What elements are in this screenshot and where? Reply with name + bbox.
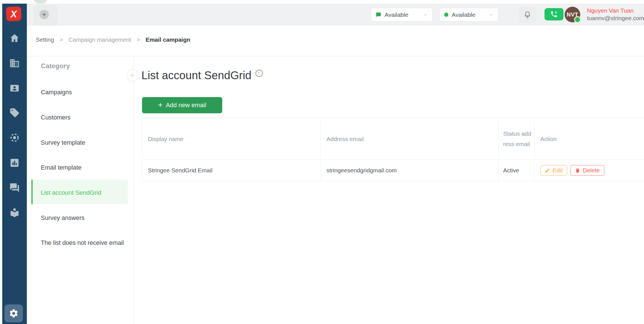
user-email: tuannv@stringee.com: [587, 14, 644, 22]
category-item-no-receive-email[interactable]: The list does not receive email: [41, 239, 124, 246]
sidebar: X: [2, 4, 27, 324]
delete-button[interactable]: Delete: [570, 165, 604, 176]
user-name: Nguyen Van Tuan: [587, 7, 644, 14]
collapse-panel-button[interactable]: [127, 69, 139, 81]
category-item-campaigns[interactable]: Campaigns: [41, 89, 72, 96]
chat-icon: [9, 182, 20, 193]
header-address-email: Address email: [321, 118, 499, 160]
add-new-email-label: Add new email: [166, 102, 206, 109]
header-status-address-email: Status address email: [499, 118, 535, 160]
app-logo-letter: X: [10, 8, 17, 20]
call-button[interactable]: [544, 8, 564, 20]
table-row: Stringee SendGrid Email stringeesendgrid…: [142, 160, 644, 181]
category-item-survey-template[interactable]: Survey template: [41, 139, 85, 146]
sidebar-item-company[interactable]: [2, 57, 27, 69]
chevron-down-icon: [489, 12, 494, 17]
page-title: List account SendGrid!: [141, 69, 263, 82]
header-display-name: Display name: [142, 118, 321, 160]
sidebar-item-settings[interactable]: [4, 304, 23, 322]
cell-display-name: Stringee SendGrid Email: [142, 160, 321, 181]
cell-actions: Edit Delete: [535, 160, 644, 181]
info-icon[interactable]: !: [255, 70, 263, 77]
user-menu[interactable]: Nguyen Van Tuan tuannv@stringee.com: [587, 7, 644, 22]
cell-status: Active: [499, 160, 535, 181]
chat-status-value: Available: [385, 11, 408, 18]
cut-off-circle-decoration: [34, 0, 48, 4]
sendgrid-accounts-table: Display name Address email Status addres…: [142, 118, 644, 181]
bell-icon: [523, 11, 532, 19]
breadcrumb-campaign-management[interactable]: Campaign management: [68, 36, 131, 43]
edit-button[interactable]: Edit: [540, 165, 567, 176]
new-tab-button[interactable]: +: [39, 10, 49, 19]
plus-icon: +: [42, 11, 46, 18]
topbar: + Available Available: [27, 4, 644, 25]
bar-chart-icon: [9, 158, 20, 168]
breadcrumb: Setting > Campaign management > Email ca…: [36, 34, 190, 46]
library-icon: [9, 207, 20, 218]
call-status-dropdown[interactable]: Available: [439, 8, 498, 22]
delete-label: Delete: [583, 167, 600, 174]
sidebar-item-reports[interactable]: [2, 157, 27, 169]
app-logo[interactable]: X: [6, 6, 22, 22]
sidebar-item-tags[interactable]: [2, 107, 27, 119]
chevron-down-icon: [423, 12, 428, 17]
status-dot-icon: [444, 13, 448, 17]
breadcrumb-setting[interactable]: Setting: [36, 36, 54, 43]
notifications-button[interactable]: [519, 7, 536, 23]
header-action: Action: [535, 118, 644, 160]
trash-icon: [575, 168, 580, 173]
chat-bubble-icon: [376, 12, 381, 18]
sidebar-item-library[interactable]: [2, 206, 27, 219]
breadcrumb-separator: >: [137, 37, 140, 43]
phone-call-icon: [550, 10, 558, 18]
row-actions: Edit Delete: [540, 165, 639, 176]
company-icon: [9, 58, 20, 69]
user-avatar[interactable]: NVT: [565, 7, 580, 22]
category-item-customers[interactable]: Customers: [41, 114, 70, 121]
sidebar-item-contacts[interactable]: [2, 82, 27, 94]
category-item-survey-answers[interactable]: Survey answers: [41, 214, 85, 222]
table-header-row: Display name Address email Status addres…: [142, 118, 644, 160]
add-new-email-button[interactable]: + Add new email: [142, 97, 222, 113]
breadcrumb-separator: >: [60, 37, 63, 43]
arrow-left-icon: [130, 72, 136, 78]
category-item-email-template[interactable]: Email template: [41, 164, 82, 171]
plus-icon: +: [158, 101, 162, 109]
page: X: [0, 0, 644, 324]
panel-divider: [133, 56, 134, 324]
sidebar-item-campaigns[interactable]: [2, 132, 27, 144]
pencil-icon: [545, 168, 550, 173]
sidebar-item-home[interactable]: [2, 32, 27, 44]
header-divider: [27, 56, 644, 56]
target-icon: [9, 132, 20, 143]
tag-icon: [9, 107, 20, 118]
chat-status-dropdown[interactable]: Available: [371, 8, 433, 22]
contacts-icon: [9, 83, 20, 93]
sidebar-item-chat[interactable]: [2, 182, 27, 194]
cell-address-email: stringeesendgridgmail.com: [321, 160, 499, 181]
home-icon: [9, 33, 20, 43]
edit-label: Edit: [553, 167, 563, 174]
online-status-dot: [574, 16, 581, 23]
page-title-text: List account SendGrid: [141, 69, 252, 81]
category-panel-title: Category: [41, 62, 70, 70]
category-item-list-account-sendgrid[interactable]: List account SendGrid: [41, 189, 101, 196]
call-status-value: Available: [452, 11, 475, 18]
gear-icon: [9, 308, 19, 318]
breadcrumb-current: Email campaign: [146, 36, 190, 43]
